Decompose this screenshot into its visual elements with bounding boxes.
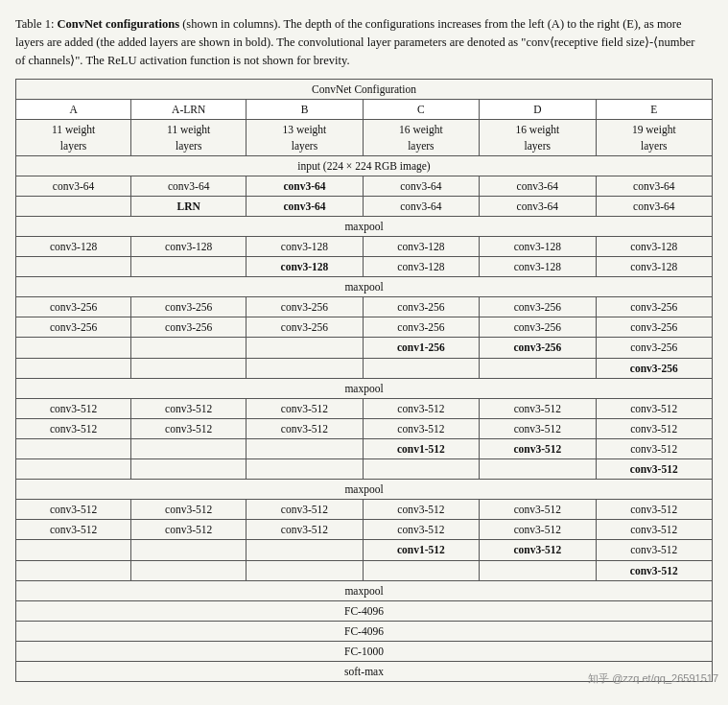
b3r4-alrn bbox=[131, 358, 247, 378]
maxpool4: maxpool bbox=[16, 480, 713, 500]
b4r3-alrn bbox=[131, 438, 247, 458]
fc4096-2: FC-4096 bbox=[16, 621, 713, 641]
b1r2-b: conv3-64 bbox=[247, 196, 363, 216]
b3r2-a: conv3-256 bbox=[16, 317, 131, 338]
block3-row3: conv1-256 conv3-256 conv3-256 bbox=[16, 338, 713, 358]
b5r2-c: conv3-512 bbox=[363, 520, 479, 540]
fc4096-1-row: FC-4096 bbox=[16, 600, 713, 621]
b5r4-a bbox=[16, 560, 131, 580]
config-title-row: ConvNet Configuration bbox=[16, 80, 713, 100]
wl-d: 16 weightlayers bbox=[480, 120, 596, 155]
b5r2-alrn: conv3-512 bbox=[131, 520, 247, 540]
maxpool5: maxpool bbox=[16, 580, 713, 600]
b3r3-a bbox=[16, 338, 131, 358]
b3r4-d bbox=[480, 358, 596, 378]
maxpool1-row: maxpool bbox=[16, 216, 713, 236]
b3r1-e: conv3-256 bbox=[596, 297, 712, 317]
block5-row1: conv3-512 conv3-512 conv3-512 conv3-512 … bbox=[16, 500, 713, 520]
wl-a: 11 weightlayers bbox=[16, 120, 131, 155]
b5r4-alrn bbox=[131, 560, 247, 580]
b4r4-e: conv3-512 bbox=[596, 459, 712, 480]
b5r1-d: conv3-512 bbox=[480, 500, 596, 520]
b3r2-c: conv3-256 bbox=[363, 317, 479, 338]
b1r1-alrn: conv3-64 bbox=[131, 176, 247, 196]
fc4096-1: FC-4096 bbox=[16, 600, 713, 621]
column-header-row: A A-LRN B C D E bbox=[16, 100, 713, 120]
block5-row3: conv1-512 conv3-512 conv3-512 bbox=[16, 540, 713, 560]
b4r4-b bbox=[247, 459, 363, 480]
watermark: 知乎 @zzq et/qq_26591517 bbox=[588, 671, 718, 686]
b3r1-b: conv3-256 bbox=[247, 297, 363, 317]
b2r2-c: conv3-128 bbox=[363, 257, 479, 277]
b3r1-c: conv3-256 bbox=[363, 297, 479, 317]
block1-row1: conv3-64 conv3-64 conv3-64 conv3-64 conv… bbox=[16, 176, 713, 196]
weight-layers-row: 11 weightlayers 11 weightlayers 13 weigh… bbox=[16, 120, 713, 155]
b5r1-b: conv3-512 bbox=[247, 500, 363, 520]
b4r4-a bbox=[16, 459, 131, 480]
b5r3-alrn bbox=[131, 540, 247, 560]
input-row: input (224 × 224 RGB image) bbox=[16, 155, 713, 176]
b2r2-a bbox=[16, 257, 131, 277]
b5r2-b: conv3-512 bbox=[247, 520, 363, 540]
b4r3-c: conv1-512 bbox=[363, 438, 479, 458]
b5r3-c: conv1-512 bbox=[363, 540, 479, 560]
b4r4-c bbox=[363, 459, 479, 480]
b1r2-e: conv3-64 bbox=[596, 196, 712, 216]
block3-row4: conv3-256 bbox=[16, 358, 713, 378]
maxpool1: maxpool bbox=[16, 216, 713, 236]
b3r3-alrn bbox=[131, 338, 247, 358]
b2r2-d: conv3-128 bbox=[480, 257, 596, 277]
col-c: C bbox=[363, 100, 479, 120]
table1-caption: Table 1: ConvNet configurations (shown i… bbox=[15, 15, 706, 69]
b3r4-e: conv3-256 bbox=[596, 358, 712, 378]
b5r1-alrn: conv3-512 bbox=[131, 500, 247, 520]
b1r2-c: conv3-64 bbox=[363, 196, 479, 216]
b4r2-a: conv3-512 bbox=[16, 418, 131, 438]
b2r1-b: conv3-128 bbox=[247, 237, 363, 257]
b5r3-e: conv3-512 bbox=[596, 540, 712, 560]
b5r4-c bbox=[363, 560, 479, 580]
maxpool3-row: maxpool bbox=[16, 378, 713, 398]
convnet-config-table: ConvNet Configuration A A-LRN B C D E 11… bbox=[15, 79, 713, 682]
block5-row4: conv3-512 bbox=[16, 560, 713, 580]
b3r2-alrn: conv3-256 bbox=[131, 317, 247, 338]
b4r1-alrn: conv3-512 bbox=[131, 398, 247, 418]
b2r1-alrn: conv3-128 bbox=[131, 237, 247, 257]
b2r2-alrn bbox=[131, 257, 247, 277]
b2r1-a: conv3-128 bbox=[16, 237, 131, 257]
maxpool2-row: maxpool bbox=[16, 277, 713, 297]
b3r3-b bbox=[247, 338, 363, 358]
maxpool3: maxpool bbox=[16, 378, 713, 398]
block4-row3: conv1-512 conv3-512 conv3-512 bbox=[16, 438, 713, 458]
config-header: ConvNet Configuration bbox=[16, 80, 713, 100]
block2-row1: conv3-128 conv3-128 conv3-128 conv3-128 … bbox=[16, 237, 713, 257]
b4r2-e: conv3-512 bbox=[596, 418, 712, 438]
block2-row2: conv3-128 conv3-128 conv3-128 conv3-128 bbox=[16, 257, 713, 277]
wl-b: 13 weightlayers bbox=[247, 120, 363, 155]
b4r3-d: conv3-512 bbox=[480, 438, 596, 458]
b5r2-e: conv3-512 bbox=[596, 520, 712, 540]
b3r4-a bbox=[16, 358, 131, 378]
b4r4-alrn bbox=[131, 459, 247, 480]
block1-row2: LRN conv3-64 conv3-64 conv3-64 conv3-64 bbox=[16, 196, 713, 216]
b4r1-c: conv3-512 bbox=[363, 398, 479, 418]
b5r3-a bbox=[16, 540, 131, 560]
b3r3-c: conv1-256 bbox=[363, 338, 479, 358]
b4r3-a bbox=[16, 438, 131, 458]
b1r1-a: conv3-64 bbox=[16, 176, 131, 196]
b4r1-d: conv3-512 bbox=[480, 398, 596, 418]
input-header: input (224 × 224 RGB image) bbox=[16, 155, 713, 176]
wl-alrn: 11 weightlayers bbox=[131, 120, 247, 155]
col-b: B bbox=[247, 100, 363, 120]
b1r2-a bbox=[16, 196, 131, 216]
caption-label: Table 1: bbox=[15, 17, 54, 31]
b4r1-a: conv3-512 bbox=[16, 398, 131, 418]
b5r3-b bbox=[247, 540, 363, 560]
block3-row2: conv3-256 conv3-256 conv3-256 conv3-256 … bbox=[16, 317, 713, 338]
b4r1-b: conv3-512 bbox=[247, 398, 363, 418]
b3r1-d: conv3-256 bbox=[480, 297, 596, 317]
b5r1-e: conv3-512 bbox=[596, 500, 712, 520]
b3r1-a: conv3-256 bbox=[16, 297, 131, 317]
fc1000: FC-1000 bbox=[16, 641, 713, 661]
b1r1-d: conv3-64 bbox=[480, 176, 596, 196]
